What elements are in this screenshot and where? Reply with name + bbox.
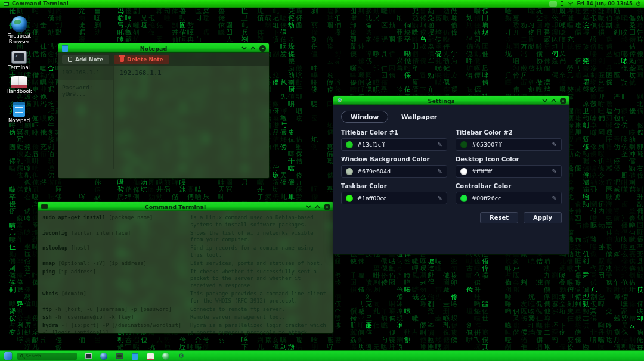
notes-list: 192.168.1.1 Password: yUm9... — [58, 66, 114, 169]
settings-window: ⚙ Settings Window Wallpaper Titlebar Col… — [333, 95, 570, 255]
terminal-output[interactable]: sudo apt-get install [package name] is a… — [38, 211, 333, 333]
close-icon[interactable] — [560, 98, 566, 104]
color-swatch — [460, 195, 467, 202]
apply-button[interactable]: Apply — [524, 212, 562, 223]
bottom-controlbar: Search ⚙ — [0, 350, 644, 361]
color-value: #00ff26cc — [472, 195, 501, 201]
color-field-titlebar2: Titlebar Color #2 #053007ff ✎ — [456, 129, 562, 151]
terminal-row: ssh -h [username@ip] -k [key] Remote ser… — [42, 314, 329, 321]
notepad-window: Notepad Add Note Delete Note 19 — [58, 43, 270, 179]
color-swatch — [460, 141, 467, 148]
terminal-icon — [41, 204, 48, 209]
wifi-icon[interactable] — [567, 1, 574, 6]
gear-icon: ⚙ — [338, 98, 343, 104]
edit-pencil-icon[interactable]: ✎ — [552, 195, 557, 201]
desktop: Command Terminal Fri 14 Jun, 00 13:45 Fi… — [0, 0, 644, 361]
search-input[interactable]: Search — [17, 353, 77, 360]
battery-icon[interactable] — [561, 1, 564, 6]
settings-tabs: Window Wallpaper — [341, 111, 562, 123]
desktop-icon-label: Terminal — [8, 65, 30, 71]
field-label: Desktop Icon Color — [456, 156, 562, 163]
color-input[interactable]: #053007ff ✎ — [456, 138, 562, 151]
minimize-icon[interactable] — [542, 99, 547, 102]
note-list-item[interactable]: 192.168.1.1 — [58, 66, 113, 80]
terminal-titlebar[interactable]: Command Terminal — [38, 202, 333, 211]
start-button[interactable] — [4, 352, 12, 360]
maximize-icon[interactable] — [250, 46, 256, 50]
maximize-icon[interactable] — [315, 205, 320, 208]
power-icon[interactable] — [636, 2, 640, 6]
desktop-icon-label: Handbook — [6, 89, 32, 95]
desktop-icon-terminal[interactable]: Terminal — [2, 51, 36, 71]
settings-titlebar[interactable]: ⚙ Settings — [333, 96, 569, 105]
window-title: Settings — [343, 98, 539, 104]
notepad-icon — [13, 102, 25, 117]
add-note-button[interactable]: Add Note — [62, 55, 109, 64]
color-input[interactable]: #00ff26cc ✎ — [456, 192, 562, 204]
minimize-icon[interactable] — [306, 205, 311, 208]
color-swatch — [346, 195, 353, 202]
book-icon — [11, 76, 27, 88]
dock-notepad-icon[interactable] — [131, 352, 139, 360]
color-value: #053007ff — [472, 141, 502, 148]
edit-pencil-icon[interactable]: ✎ — [438, 169, 442, 175]
tab-window[interactable]: Window — [341, 111, 388, 123]
dock-browser-globe-icon[interactable] — [100, 352, 108, 360]
edit-pencil-icon[interactable]: ✎ — [552, 142, 557, 148]
field-label: Controlbar Color — [456, 183, 562, 189]
close-icon[interactable] — [324, 204, 330, 210]
field-label: Taskbar Color — [341, 183, 447, 189]
reset-button[interactable]: Reset — [480, 212, 518, 223]
dock-gear-icon[interactable]: ⚙ — [177, 352, 185, 360]
edit-pencil-icon[interactable]: ✎ — [438, 142, 442, 148]
minimize-icon[interactable] — [242, 46, 247, 50]
dock-terminal-window-icon[interactable] — [84, 352, 92, 360]
tray-indicator-icon[interactable] — [549, 1, 557, 7]
terminal-row: ftp -h [host] -u [username] -p [password… — [42, 306, 329, 313]
desktop-icon-label: Fireabeat Browser — [2, 33, 36, 45]
search-placeholder: Search — [26, 353, 41, 359]
edit-pencil-icon[interactable]: ✎ — [438, 195, 442, 201]
dock-sphere-icon[interactable] — [162, 352, 170, 360]
desktop-icon-browser[interactable]: Fireabeat Browser — [2, 16, 36, 45]
trash-icon — [120, 57, 124, 62]
new-page-icon — [68, 57, 72, 62]
color-input[interactable]: #679e604d ✎ — [341, 165, 447, 178]
color-value: #ffffffff — [472, 168, 492, 175]
notepad-icon — [62, 45, 68, 52]
color-input[interactable]: #ffffffff ✎ — [456, 165, 562, 178]
terminal-row: sudo apt-get install [package name] is a… — [42, 214, 329, 229]
window-title: Notepad — [69, 45, 239, 52]
edit-pencil-icon[interactable]: ✎ — [552, 169, 557, 175]
close-icon[interactable] — [259, 45, 266, 52]
top-taskbar: Command Terminal Fri 14 Jun, 00 13:45 — [0, 0, 644, 8]
desktop-icon-label: Notepad — [8, 118, 30, 124]
note-list-item[interactable]: Password: yUm9... — [58, 80, 113, 101]
desktop-icon-handbook[interactable]: Handbook — [2, 76, 36, 95]
note-content[interactable]: 192.168.1.1 — [114, 66, 269, 169]
delete-note-button[interactable]: Delete Note — [114, 55, 169, 64]
color-swatch — [460, 168, 467, 175]
field-label: Titlebar Color #2 — [456, 129, 562, 136]
field-label: Titlebar Color #1 — [341, 129, 447, 136]
dock-console-icon[interactable] — [115, 352, 123, 360]
add-note-label: Add Note — [75, 57, 103, 63]
color-value: #1aff00cc — [357, 195, 386, 201]
color-input[interactable]: #13cf1cff ✎ — [341, 138, 447, 151]
clock: Fri 14 Jun, 00 13:45 — [577, 1, 633, 7]
globe-icon — [11, 16, 27, 32]
window-title: Command Terminal — [48, 204, 303, 210]
tab-wallpaper[interactable]: Wallpaper — [397, 111, 442, 122]
notepad-titlebar[interactable]: Notepad — [58, 43, 269, 53]
color-value: #679e604d — [357, 168, 391, 175]
terminal-row: iwconfig [airlan internface] Shows the l… — [42, 230, 329, 244]
color-field-titlebar1: Titlebar Color #1 #13cf1cff ✎ — [341, 129, 447, 151]
field-label: Window Background Color — [341, 156, 447, 163]
dock-handbook-icon[interactable] — [146, 352, 154, 360]
desktop-icon-notepad[interactable]: Notepad — [2, 102, 36, 124]
active-window-icon — [4, 2, 9, 6]
color-input[interactable]: #1aff00cc ✎ — [341, 192, 447, 204]
notepad-toolbar: Add Note Delete Note — [58, 53, 269, 66]
color-field-window-bg: Window Background Color #679e604d ✎ — [341, 156, 447, 178]
maximize-icon[interactable] — [551, 99, 556, 102]
